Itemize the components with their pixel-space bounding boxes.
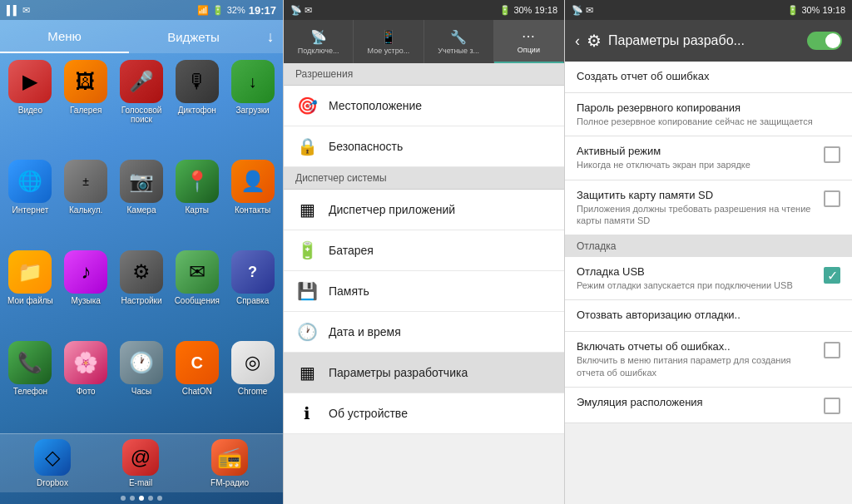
dock-label-radio: FM-радио xyxy=(211,478,249,487)
app-maps[interactable]: 📍 Карты xyxy=(171,160,222,245)
app-files[interactable]: 📁 Мои файлы xyxy=(5,250,56,336)
settings-aboutdevice[interactable]: ℹ Об устройстве xyxy=(284,393,564,434)
dev-item-emulate-location[interactable]: Эмуляция расположения xyxy=(565,388,852,423)
dock-icon-radio: 📻 xyxy=(211,439,248,476)
dot-4 xyxy=(148,496,153,501)
app-settings[interactable]: ⚙ Настройки xyxy=(116,250,167,336)
datetime-icon: 🕐 xyxy=(295,322,319,342)
app-label-internet: Интернет xyxy=(12,205,49,215)
dev-item-title-0: Создать отчет об ошибках xyxy=(577,70,834,82)
battery-menu-icon: 🔋 xyxy=(295,240,319,260)
dev-item-revoke-auth[interactable]: Отозвать авторизацию отладки.. xyxy=(565,300,852,332)
settings-security[interactable]: 🔒 Безопасность xyxy=(284,126,564,167)
app-video[interactable]: ▶ Видео xyxy=(5,60,56,155)
app-icon-messages: ✉ xyxy=(176,250,219,294)
dev-item-check-8[interactable] xyxy=(824,398,840,414)
tab-connections[interactable]: 📡 Подключе... xyxy=(284,20,354,63)
security-icon: 🔒 xyxy=(295,136,319,156)
app-clock[interactable]: 🕐 Часы xyxy=(116,341,167,427)
dot-2 xyxy=(130,496,135,501)
app-music[interactable]: ♪ Музыка xyxy=(61,250,111,336)
settings-developer-label: Параметры разработчика xyxy=(329,366,468,379)
dev-item-title-8: Эмуляция расположения xyxy=(577,396,817,408)
settings-battery-label: Батарея xyxy=(329,244,374,257)
app-camera[interactable]: 📷 Камера xyxy=(116,160,167,245)
app-dictaphone[interactable]: 🎙 Диктофон xyxy=(171,60,222,155)
tab-mydevice[interactable]: 📱 Мое устро... xyxy=(354,20,424,63)
app-chaton[interactable]: C ChatON xyxy=(171,341,222,427)
app-icon-photos: 🌸 xyxy=(64,341,107,384)
settings-appmanager-label: Диспетчер приложений xyxy=(329,203,455,216)
section-permissions: Разрешения xyxy=(284,63,564,86)
dev-item-desc-3: Приложения должны требовать разрешения н… xyxy=(577,203,817,227)
app-contacts[interactable]: 👤 Контакты xyxy=(227,160,278,245)
dev-item-title-3: Защитить карту памяти SD xyxy=(577,189,817,201)
app-chrome[interactable]: ◎ Chrome xyxy=(227,341,278,427)
status-bar-3: 📡 ✉ 🔋 30% 19:18 xyxy=(565,0,852,20)
app-label-download: Загрузки xyxy=(235,106,269,115)
app-icon-camera: 📷 xyxy=(120,160,163,203)
section-system: Диспетчер системы xyxy=(284,167,564,190)
app-photos[interactable]: 🌸 Фото xyxy=(61,341,111,427)
dev-item-title-5: Отладка USB xyxy=(577,265,817,278)
tab-menu[interactable]: Меню xyxy=(0,20,129,53)
settings-datetime[interactable]: 🕐 Дата и время xyxy=(284,312,564,353)
tab-widgets[interactable]: Виджеты xyxy=(129,20,258,53)
dev-item-create-report[interactable]: Создать отчет об ошибках xyxy=(565,62,852,93)
app-help[interactable]: ? Справка xyxy=(227,250,278,336)
app-icon-video: ▶ xyxy=(8,60,52,103)
app-icon-chaton: C xyxy=(176,341,219,384)
app-icon-phone: 📞 xyxy=(8,341,52,384)
dev-item-content-0: Создать отчет об ошибках xyxy=(577,70,840,84)
dev-item-check-2[interactable] xyxy=(824,146,840,163)
app-icon-settings: ⚙ xyxy=(120,250,163,294)
app-label-video: Видео xyxy=(18,106,42,115)
dev-item-check-7[interactable] xyxy=(824,342,840,358)
app-download[interactable]: ↓ Загрузки xyxy=(227,60,278,155)
app-icon-clock: 🕐 xyxy=(120,341,163,384)
dock-email[interactable]: @ E-mail xyxy=(122,439,159,487)
app-messages[interactable]: ✉ Сообщения xyxy=(171,250,222,336)
app-gallery[interactable]: 🖼 Галерея xyxy=(61,60,111,155)
tab-download-icon[interactable]: ↓ xyxy=(258,20,283,53)
app-label-dictaphone: Диктофон xyxy=(178,106,216,115)
app-icon-music: ♪ xyxy=(64,250,107,294)
dev-item-check-3[interactable] xyxy=(824,190,840,207)
options-icon: ⋯ xyxy=(522,28,535,44)
settings-memory[interactable]: 💾 Память xyxy=(284,271,564,312)
back-button[interactable]: ‹ xyxy=(575,32,580,50)
dev-item-protect-sd[interactable]: Защитить карту памяти SD Приложения долж… xyxy=(565,180,852,236)
settings-developer[interactable]: ▦ Параметры разработчика xyxy=(284,353,564,393)
settings-appmanager[interactable]: ▦ Диспетчер приложений xyxy=(284,190,564,230)
toggle-knob xyxy=(825,33,840,48)
dev-item-check-5[interactable]: ✓ xyxy=(824,267,840,284)
app-calc[interactable]: ± Калькул. xyxy=(61,160,111,245)
aboutdevice-icon: ℹ xyxy=(295,403,319,423)
settings-location-label: Местоположение xyxy=(329,99,422,112)
dev-item-active-mode[interactable]: Активный режим Никогда не отключать экра… xyxy=(565,136,852,180)
dev-item-desc-2: Никогда не отключать экран при зарядке xyxy=(577,159,817,170)
dev-item-enable-reports[interactable]: Включать отчеты об ошибках.. Включить в … xyxy=(565,332,852,388)
app-icon-files: 📁 xyxy=(8,250,52,294)
app-phone[interactable]: 📞 Телефон xyxy=(5,341,56,427)
dock-icon-email: @ xyxy=(122,439,159,476)
app-label-chrome: Chrome xyxy=(238,387,268,396)
dock-dropbox[interactable]: ◇ Dropbox xyxy=(34,439,71,487)
dev-item-usb-debug[interactable]: Отладка USB Режим отладки запускается пр… xyxy=(565,257,852,300)
dev-item-content-3: Защитить карту памяти SD Приложения долж… xyxy=(577,189,824,227)
tab-options[interactable]: ⋯ Опции xyxy=(494,20,564,63)
app-internet[interactable]: 🌐 Интернет xyxy=(5,160,56,245)
app-voice[interactable]: 🎤 Голосовой поиск xyxy=(116,60,167,155)
settings-location[interactable]: 🎯 Местоположение xyxy=(284,86,564,126)
dev-item-content-2: Активный режим Никогда не отключать экра… xyxy=(577,145,824,170)
developer-toggle[interactable] xyxy=(807,32,842,50)
settings-battery[interactable]: 🔋 Батарея xyxy=(284,230,564,271)
dock-radio[interactable]: 📻 FM-радио xyxy=(211,439,249,487)
tab-accounts-label: Учетные з... xyxy=(438,47,479,55)
tab-options-label: Опции xyxy=(518,46,540,54)
dev-item-content-5: Отладка USB Режим отладки запускается пр… xyxy=(577,265,824,291)
p3-status-icons: 📡 ✉ xyxy=(572,5,593,16)
tab-accounts[interactable]: 🔧 Учетные з... xyxy=(424,20,494,63)
settings-aboutdevice-label: Об устройстве xyxy=(329,407,408,420)
dev-item-backup-password[interactable]: Пароль резервного копирования Полное рез… xyxy=(565,93,852,136)
